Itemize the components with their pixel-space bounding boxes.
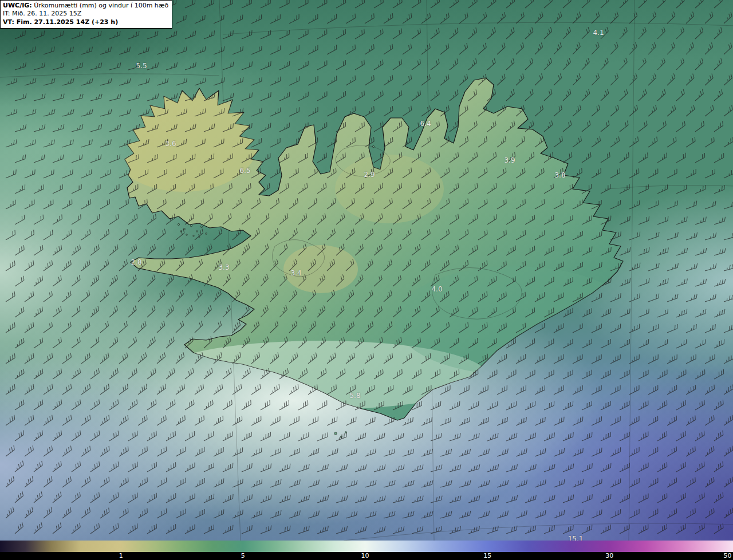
init-time: Mið. 26. 11. 2025 15Z <box>10 10 81 17</box>
map-value-label: 3.9 <box>504 156 515 164</box>
colorbar-tick-label: 5 <box>241 552 245 560</box>
map-value-label: 5.8 <box>349 392 360 400</box>
colorbar-tick-label: 30 <box>605 552 613 560</box>
colorbar: 1510153050 <box>0 541 733 560</box>
map-value-label: 4.1 <box>593 29 604 37</box>
colorbar-tick-row: 1510153050 <box>0 552 733 560</box>
valid-label: VT: <box>3 18 14 26</box>
init-label: IT: <box>3 10 10 17</box>
map-value-label: 6.5 <box>239 167 250 175</box>
colorbar-tick-label: 15 <box>483 552 491 560</box>
weather-map: 4.15.56.43.63.96.52.93.82.83.33.44.05.81… <box>0 0 733 560</box>
map-value-label: 5.5 <box>136 62 147 70</box>
map-value-label: 3.6 <box>165 140 176 148</box>
map-svg <box>0 0 733 541</box>
iceland-landmass <box>109 78 636 438</box>
map-title: Úrkomumætti (mm) og vindur í 100m hæð <box>32 2 169 9</box>
model-name: UWC/IG: <box>3 2 32 9</box>
map-value-label: 2.9 <box>364 171 375 179</box>
forecast-header: UWC/IG: Úrkomumætti (mm) og vindur í 100… <box>0 0 172 29</box>
map-value-label: 3.4 <box>290 269 301 277</box>
map-value-label: 4.0 <box>431 285 442 293</box>
colorbar-tick-label: 1 <box>119 552 123 560</box>
map-value-label: 2.8 <box>131 258 141 266</box>
map-value-label: 3.8 <box>554 171 565 179</box>
colorbar-tick-label: 10 <box>361 552 369 560</box>
map-value-label: 3.3 <box>218 263 229 271</box>
colorbar-gradient-strip <box>0 541 733 552</box>
colorbar-tick-label: 50 <box>723 552 731 560</box>
header-title-line: UWC/IG: Úrkomumætti (mm) og vindur í 100… <box>3 2 168 10</box>
map-value-label: 6.4 <box>420 120 431 128</box>
header-init-line: IT: Mið. 26. 11. 2025 15Z <box>3 10 168 18</box>
header-valid-line: VT: Fim. 27.11.2025 14Z (+23 h) <box>3 18 168 26</box>
valid-time: Fim. 27.11.2025 14Z (+23 h) <box>14 18 118 26</box>
